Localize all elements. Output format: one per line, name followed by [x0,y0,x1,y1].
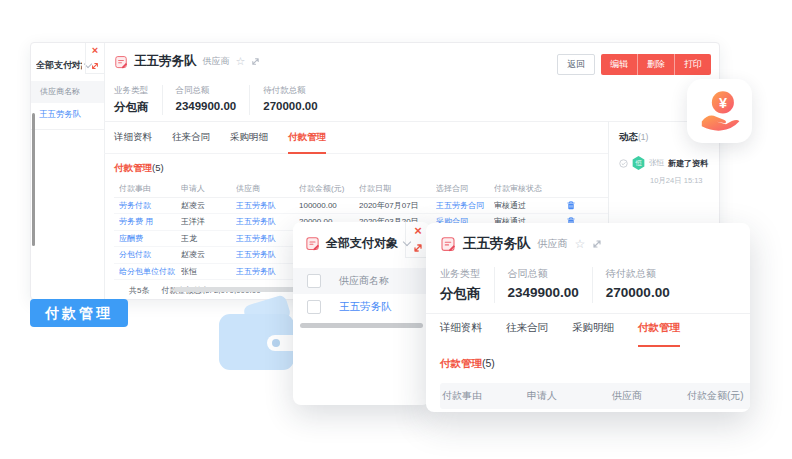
pane-title: 全部支付对象 [36,59,91,72]
card-list-item: 王五劳务队 [293,294,430,320]
horizontal-scrollbar[interactable] [300,323,423,328]
col-applicant: 申请人 [525,389,610,403]
detail-header: 王五劳务队 供应商 ☆ 返回 编辑 删除 打印 业务类型 分包商 [104,43,719,122]
supplier-link[interactable]: 王五劳务队 [339,300,392,314]
wallet-clasp [267,335,294,351]
record-icon [440,236,456,252]
tab-contracts[interactable]: 往来合同 [506,321,548,346]
record-icon [305,236,320,251]
payment-reason-link[interactable]: 给分包单位付款 [119,266,181,277]
stat-value: 分包商 [440,285,481,303]
stat-label: 合同总额 [176,85,237,97]
payment-reason-link[interactable]: 应酬费 [119,233,181,244]
col-reason: 付款事由 [440,389,525,403]
tab-purchase-detail[interactable]: 采购明细 [572,321,614,346]
action-button-group: 编辑 删除 打印 [601,54,711,75]
tab-payment-management[interactable]: 付款管理 [638,321,680,347]
tab-payment-management[interactable]: 付款管理 [288,131,326,154]
back-button[interactable]: 返回 [557,54,595,75]
section-title: 付款管理(5) [114,162,608,175]
detail-title-row: 王五劳务队 供应商 ☆ [114,53,260,70]
relation-icon[interactable] [251,57,260,66]
pane-scrollbar[interactable] [32,113,35,246]
expand-icon [413,243,423,253]
activity-entry: 恒 张恒 新建了资料 [619,156,719,170]
select-all-checkbox[interactable] [307,274,321,288]
edit-button[interactable]: 编辑 [601,54,637,75]
tab-bar: 详细资料 往来合同 采购明细 付款管理 [440,321,680,346]
expand-icon [91,62,99,70]
print-button[interactable]: 打印 [674,54,711,75]
section-title: 付款管理(5) [440,357,495,371]
stat-label: 业务类型 [114,85,149,97]
payment-reason-link[interactable]: 劳务费 用 [119,216,181,227]
star-icon[interactable]: ☆ [575,238,586,250]
feature-badge: 付款管理 [30,299,128,327]
section-title-label: 付款管理 [440,357,482,369]
avatar: 恒 [632,156,645,170]
relation-icon[interactable] [592,239,602,249]
stat-contract-total: 合同总额 2349900.00 [495,267,593,303]
pane-window-controls: × [85,43,104,74]
col-reason: 付款事由 [119,183,181,194]
card-title: 王五劳务队 [463,235,531,253]
tab-detail-info[interactable]: 详细资料 [114,131,152,153]
trash-icon [567,201,575,210]
stat-label: 待付款总额 [606,267,670,281]
row-count: 共5条 [129,285,149,296]
tab-purchase-detail[interactable]: 采购明细 [230,131,268,153]
supplier-link[interactable]: 王五劳务队 [236,266,299,277]
close-icon: × [414,224,422,237]
tab-detail-info[interactable]: 详细资料 [440,321,482,346]
section-count: (5) [152,162,164,173]
col-amount: 付款金额(元) [685,389,750,403]
table-row: 劳务付款 赵凌云 王五劳务队 100000.00 2020年07月07日 王五劳… [114,198,608,215]
activity-count: (1) [638,132,648,142]
tab-bar: 详细资料 往来合同 采购明细 付款管理 [104,121,608,154]
delete-button[interactable]: 删除 [637,54,674,75]
stat-value: 分包商 [114,100,149,115]
stat-contract-total: 合同总额 2349900.00 [163,85,251,115]
divider [426,313,750,314]
supplier-tag: 供应商 [538,237,568,251]
money-hand-icon: ¥ [697,88,743,134]
payment-feature-tile: ¥ [687,79,752,143]
cell-applicant: 王龙 [181,233,236,244]
stat-pending-total: 待付款总额 270000.00 [250,85,330,115]
supplier-link[interactable]: 王五劳务队 [236,249,299,260]
row-checkbox[interactable] [307,300,321,314]
delete-row-button[interactable] [567,201,585,210]
activity-user: 张恒 [649,158,664,168]
col-amount: 付款金额(元) [299,183,359,194]
close-button[interactable]: × [86,43,104,58]
col-supplier: 供应商 [236,183,299,194]
stat-label: 业务类型 [440,267,481,281]
record-icon [114,55,128,69]
col-applicant: 申请人 [181,183,236,194]
stat-value: 270000.00 [263,100,317,112]
star-icon[interactable]: ☆ [236,56,246,67]
section-count: (5) [482,357,495,369]
wallet-button [272,339,280,347]
summary-stats: 业务类型 分包商 合同总额 2349900.00 待付款总额 270000.00 [440,267,683,303]
stat-business-type: 业务类型 分包商 [440,267,495,303]
check-circle-icon [619,159,628,168]
expand-button[interactable] [86,58,104,73]
stat-value: 2349900.00 [508,285,579,300]
stat-business-type: 业务类型 分包商 [114,85,163,115]
payment-reason-link[interactable]: 劳务付款 [119,200,181,211]
stat-label: 待付款总额 [263,85,317,97]
wallet-illustration [219,300,297,382]
wallet-body [219,314,294,370]
supplier-link[interactable]: 王五劳务队 [236,216,299,227]
supplier-detail-card: 王五劳务队 供应商 ☆ 业务类型 分包商 合同总额 2349900.00 待付款… [426,223,750,412]
cell-applicant: 王洋洋 [181,216,236,227]
tab-contracts[interactable]: 往来合同 [172,131,210,153]
supplier-link[interactable]: 王五劳务队 [236,200,299,211]
supplier-link[interactable]: 王五劳务队 [236,233,299,244]
payment-reason-link[interactable]: 分包付款 [119,249,181,260]
contract-link[interactable]: 王五劳务合同 [436,200,494,211]
pane-column-header: 供应商名称 [31,81,104,103]
pane-supplier-link[interactable]: 王五劳务队 [31,103,104,125]
col-contract: 选择合同 [436,183,494,194]
